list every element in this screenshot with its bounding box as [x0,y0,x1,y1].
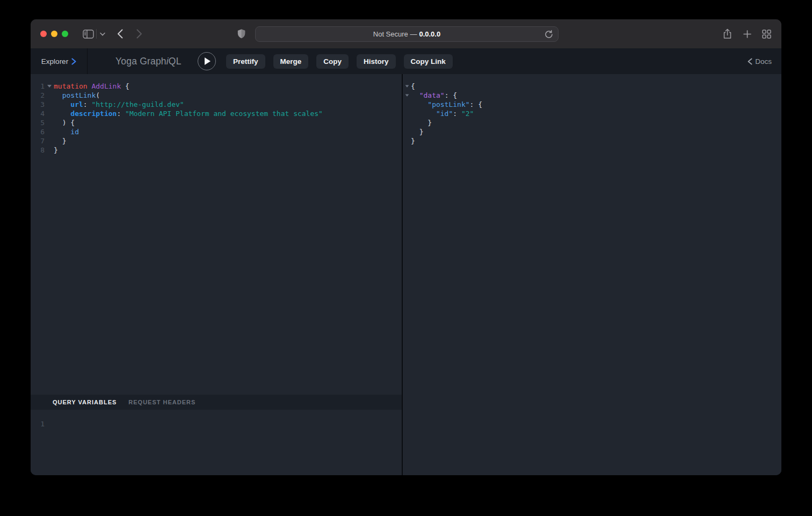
code-token [411,100,427,108]
fold-gutter [405,109,411,118]
back-button-icon[interactable] [117,29,123,39]
fold-gutter [45,136,54,146]
response-line: } [403,127,781,136]
fold-gutter [405,100,411,109]
code-line: 1 [31,419,402,428]
reload-icon[interactable] [544,30,554,39]
address-bar[interactable]: Not Secure — 0.0.0.0 [255,26,559,42]
line-number: 6 [31,127,45,136]
copy-button[interactable]: Copy [316,54,349,69]
code-token: } [411,128,423,136]
fold-gutter [45,100,54,109]
left-pane: 1mutation AddLink {2 postLink(3 url: "ht… [31,74,402,475]
code-token: : [117,110,125,118]
merge-button[interactable]: Merge [273,54,309,69]
code-text: description: "Modern API Platform and ec… [54,109,323,118]
code-token: : [83,100,92,108]
new-tab-icon[interactable] [743,30,751,38]
code-line: 3 url: "http://the-guild.dev" [31,100,402,109]
toolbar-button-row: PrettifyMergeCopyHistoryCopy Link [226,54,453,69]
tab-query-variables[interactable]: QUERY VARIABLES [53,399,117,405]
code-line: 7 } [31,136,402,146]
fold-arrow-icon[interactable] [45,82,54,91]
response-text: "id": "2" [411,109,474,118]
code-token: : { [445,91,457,99]
share-icon[interactable] [723,28,732,39]
line-number: 3 [31,100,45,109]
code-token: "Modern API Platform and ecosystem that … [125,110,323,118]
code-token [411,91,419,99]
response-text: { [411,82,415,91]
execute-query-button[interactable] [198,52,216,70]
response-viewer: { "data": { "postLink": { "id": "2" } }} [403,74,781,475]
response-line: } [403,118,781,127]
fold-gutter [45,109,54,118]
explorer-toggle[interactable]: Explorer [31,48,87,74]
code-text: url: "http://the-guild.dev" [54,100,184,109]
code-text: id [54,127,79,136]
fold-gutter [45,146,54,155]
response-line: "postLink": { [403,100,781,109]
docs-button[interactable]: Docs [748,48,772,74]
code-text: ) { [54,118,75,127]
forward-button-icon[interactable] [136,29,142,39]
url-text: 0.0.0.0 [419,30,440,38]
prettify-button[interactable]: Prettify [226,54,265,69]
code-line: 2 postLink( [31,91,402,100]
code-line: 4 description: "Modern API Platform and … [31,109,402,118]
query-editor[interactable]: 1mutation AddLink {2 postLink(3 url: "ht… [31,74,402,395]
divider [87,48,88,74]
code-token: mutation [54,82,88,90]
code-line: 8} [31,146,402,155]
code-token: } [411,137,415,145]
sidebar-toggle-icon[interactable] [83,30,94,39]
history-button[interactable]: History [357,54,396,69]
code-token: } [54,146,58,154]
fold-gutter [405,118,411,127]
fold-gutter [45,91,54,100]
line-number: 4 [31,109,45,118]
response-line: "data": { [403,91,781,100]
code-text: } [54,136,66,146]
fold-arrow-icon[interactable] [405,91,411,100]
code-token [54,91,62,99]
zoom-button[interactable] [62,31,68,37]
line-number: 5 [31,118,45,127]
code-token: "postLink" [427,100,469,108]
code-token [54,128,70,136]
code-token: "data" [419,91,445,99]
code-token: ) { [54,119,75,127]
response-line: "id": "2" [403,109,781,118]
window-controls [40,31,68,37]
tab-request-headers[interactable]: REQUEST HEADERS [128,399,195,405]
explorer-label: Explorer [41,57,68,66]
response-text: } [411,118,432,127]
copy-link-button[interactable]: Copy Link [404,54,453,69]
chevron-down-icon[interactable] [100,32,105,36]
code-token: { [411,82,415,90]
workspace: 1mutation AddLink {2 postLink(3 url: "ht… [31,74,781,475]
graphiql-toolbar: Explorer Yoga GraphiQL PrettifyMergeCopy… [31,48,781,74]
fold-gutter [405,127,411,136]
code-text: mutation AddLink { [54,82,129,91]
right-pane: { "data": { "postLink": { "id": "2" } }} [403,74,781,475]
chevron-right-icon [71,58,76,65]
minimize-button[interactable] [51,31,57,37]
code-token: id [70,128,79,136]
shield-icon[interactable] [237,29,245,39]
tab-overview-icon[interactable] [762,30,771,39]
code-token [411,110,436,118]
response-line: } [403,136,781,146]
chevron-left-icon [748,58,752,65]
variables-tab-bar: QUERY VARIABLESREQUEST HEADERS [31,395,402,410]
line-number: 1 [31,419,45,428]
code-token: : [453,110,461,118]
fold-arrow-icon[interactable] [405,82,411,91]
query-variables-editor[interactable]: 1 [31,410,402,475]
code-text: } [54,146,58,155]
response-line: { [403,82,781,91]
close-button[interactable] [40,31,47,37]
code-token: postLink [62,91,96,99]
code-token: { [121,82,129,90]
code-token: ( [96,91,100,99]
